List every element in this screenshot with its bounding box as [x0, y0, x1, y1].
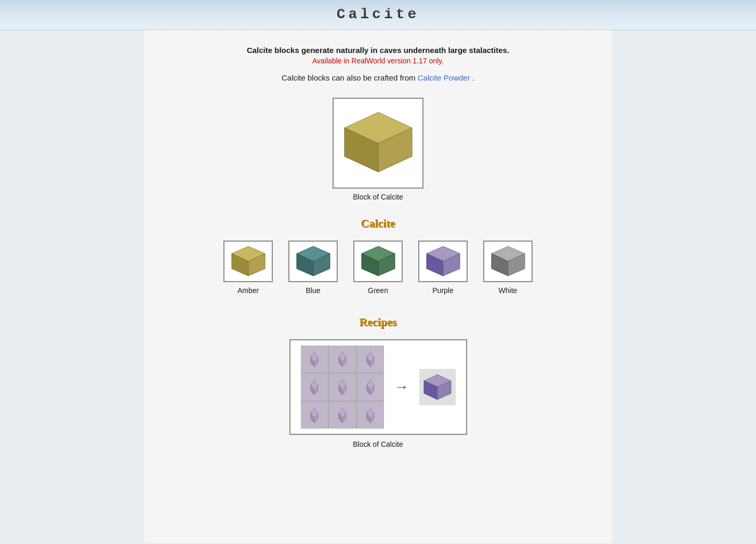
blue-cube [295, 245, 331, 278]
recipe-result [419, 369, 456, 405]
purple-cube [425, 245, 461, 278]
section-calcite-title: Calcite [165, 217, 591, 230]
section-recipes-title: Recipes [165, 315, 591, 329]
variant-amber-box[interactable] [223, 241, 273, 282]
green-label: Green [368, 286, 388, 295]
recipe-cell-0-2 [357, 346, 384, 373]
variant-blue-box[interactable] [288, 241, 338, 282]
recipe-container: → Block of Calcite [165, 339, 591, 448]
purple-label: Purple [432, 286, 453, 295]
recipe-label: Block of Calcite [353, 440, 403, 448]
recipe-arrow: → [394, 379, 409, 395]
powder-icon-7 [333, 405, 352, 425]
main-block-label: Block of Calcite [353, 193, 403, 201]
powder-icon-6 [304, 405, 324, 425]
recipe-cell-2-1 [329, 402, 356, 429]
craft-text-suffix: . [472, 73, 474, 82]
calcite-powder-link[interactable]: Calcite Powder [418, 73, 470, 82]
powder-icon-8 [361, 405, 380, 425]
powder-icon-1 [333, 349, 352, 369]
recipe-cell-1-1 [329, 374, 356, 401]
main-block-container: Block of Calcite [165, 98, 591, 201]
description-main: Calcite blocks generate naturally in cav… [165, 46, 591, 55]
variant-white: White [483, 241, 533, 295]
variant-amber: Amber [223, 241, 273, 295]
result-cube [422, 373, 453, 402]
amber-label: Amber [237, 286, 259, 295]
green-cube [360, 245, 396, 278]
blue-label: Blue [306, 286, 320, 295]
variant-green: Green [353, 241, 403, 295]
recipe-cell-2-0 [301, 402, 328, 429]
powder-icon-0 [304, 349, 324, 369]
powder-icon-2 [361, 349, 380, 369]
recipe-box: → [289, 339, 467, 435]
powder-icon-5 [361, 377, 380, 397]
variants-row: Amber Blue Green [165, 241, 591, 295]
recipe-cell-0-1 [329, 346, 356, 373]
white-cube [490, 245, 526, 278]
variant-green-box[interactable] [353, 241, 403, 282]
recipe-cell-1-2 [357, 374, 384, 401]
variant-white-box[interactable] [483, 241, 533, 282]
powder-icon-3 [304, 377, 324, 397]
description-craft: Calcite blocks can also be crafted from … [165, 73, 591, 82]
powder-icon-4 [333, 377, 352, 397]
page-title: Calcite [337, 6, 420, 22]
main-block-cube [342, 110, 415, 177]
recipe-grid [301, 346, 384, 429]
description-version: Available in RealWorld version 1.17 only… [165, 57, 591, 65]
variant-blue: Blue [288, 241, 338, 295]
recipe-cell-2-2 [357, 402, 384, 429]
white-label: White [499, 286, 518, 295]
main-content: Calcite blocks generate naturally in cav… [144, 30, 612, 543]
variant-purple: Purple [418, 241, 468, 295]
craft-text-prefix: Calcite blocks can also be crafted from [282, 73, 418, 82]
main-block-image-box [333, 98, 423, 189]
variant-purple-box[interactable] [418, 241, 468, 282]
page-header: Calcite [0, 0, 756, 30]
amber-cube [230, 245, 267, 278]
recipe-cell-0-0 [301, 346, 328, 373]
recipe-cell-1-0 [301, 374, 328, 401]
